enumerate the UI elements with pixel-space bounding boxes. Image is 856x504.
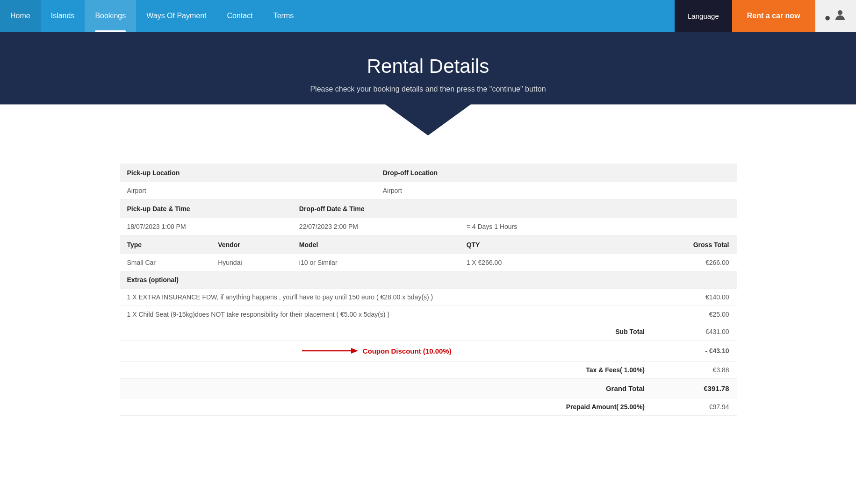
dropoff-datetime-value: 22/07/2023 2:00 PM — [292, 218, 459, 235]
coupon-row: Coupon Discount (10.00%) - €43.10 — [120, 341, 737, 362]
datetime-header-row: Pick-up Date & Time Drop-off Date & Time — [120, 199, 737, 219]
subtotal-label: Sub Total — [459, 323, 652, 341]
pickup-datetime-value: 18/07/2023 1:00 PM — [120, 218, 292, 235]
rent-car-button[interactable]: Rent a car now — [732, 0, 815, 32]
nav-payment[interactable]: Ways Of Payment — [136, 0, 216, 32]
pickup-location-value: Airport — [120, 182, 375, 199]
nav-contact[interactable]: Contact — [217, 0, 263, 32]
car-gross-total: €266.00 — [652, 254, 737, 271]
coupon-arrow-icon — [302, 346, 358, 355]
type-header: Type — [120, 235, 211, 255]
prepaid-row: Prepaid Amount( 25.00%) €97.94 — [120, 398, 737, 416]
coupon-value: - €43.10 — [652, 341, 737, 362]
prepaid-label: Prepaid Amount( 25.00%) — [459, 398, 652, 416]
extra1-description: 1 X EXTRA INSURANCE FDW, if anything hap… — [120, 289, 653, 306]
grand-total-value: €391.78 — [652, 379, 737, 398]
car-row: Small Car Hyundai i10 or Similar 1 X €26… — [120, 254, 737, 271]
grand-total-label: Grand Total — [459, 379, 652, 398]
nav-bookings[interactable]: Bookings — [85, 0, 136, 32]
coupon-arrow-area: Coupon Discount (10.00%) — [127, 346, 452, 355]
dropoff-location-header: Drop-off Location — [375, 163, 737, 182]
extra1-row: 1 X EXTRA INSURANCE FDW, if anything hap… — [120, 289, 737, 306]
qty-header: QTY — [459, 235, 652, 255]
grand-total-row: Grand Total €391.78 — [120, 379, 737, 398]
tax-value: €3.88 — [652, 362, 737, 379]
car-qty: 1 X €266.00 — [459, 254, 652, 271]
car-vendor: Hyundai — [210, 254, 292, 271]
svg-point-0 — [838, 10, 842, 15]
nav-items: Home Islands Bookings Ways Of Payment Co… — [0, 0, 675, 32]
user-profile-button[interactable]: ● — [815, 0, 856, 32]
duration-value: = 4 Days 1 Hours — [459, 218, 737, 235]
car-header-row: Type Vendor Model QTY Gross Total — [120, 235, 737, 255]
nav-islands[interactable]: Islands — [41, 0, 85, 32]
location-header-row: Pick-up Location Drop-off Location — [120, 163, 737, 182]
language-selector[interactable]: Language — [675, 0, 732, 32]
pickup-location-header: Pick-up Location — [120, 163, 375, 182]
dropoff-datetime-header: Drop-off Date & Time — [292, 199, 459, 219]
svg-marker-2 — [351, 348, 358, 354]
duration-header — [459, 199, 737, 219]
car-model: i10 or Similar — [292, 254, 459, 271]
tax-label: Tax & Fees( 1.00%) — [459, 362, 652, 379]
tax-row: Tax & Fees( 1.00%) €3.88 — [120, 362, 737, 379]
extra2-description: 1 X Child Seat (9-15kg)does NOT take res… — [120, 306, 653, 323]
coupon-label: Coupon Discount (10.00%) — [363, 347, 452, 355]
location-values-row: Airport Airport — [120, 182, 737, 199]
prepaid-value: €97.94 — [652, 398, 737, 416]
nav-terms[interactable]: Terms — [263, 0, 304, 32]
hero-subtitle: Please check your booking details and th… — [9, 85, 847, 93]
datetime-values-row: 18/07/2023 1:00 PM 22/07/2023 2:00 PM = … — [120, 218, 737, 235]
dropoff-location-value: Airport — [375, 182, 737, 199]
nav-home[interactable]: Home — [0, 0, 41, 32]
extra2-row: 1 X Child Seat (9-15kg)does NOT take res… — [120, 306, 737, 323]
extras-header: Extras (optional) — [120, 271, 737, 289]
car-type: Small Car — [120, 254, 211, 271]
extras-header-row: Extras (optional) — [120, 271, 737, 289]
rental-details-table: Pick-up Location Drop-off Location Airpo… — [120, 163, 737, 416]
hero-banner: Rental Details Please check your booking… — [0, 32, 856, 135]
vendor-header: Vendor — [210, 235, 292, 255]
user-icon: ● — [825, 8, 847, 24]
main-content: Pick-up Location Drop-off Location Airpo… — [106, 163, 751, 444]
model-header: Model — [292, 235, 459, 255]
extra1-price: €140.00 — [652, 289, 737, 306]
hero-title: Rental Details — [9, 55, 847, 78]
subtotal-row: Sub Total €431.00 — [120, 323, 737, 341]
gross-total-header: Gross Total — [652, 235, 737, 255]
navbar: Home Islands Bookings Ways Of Payment Co… — [0, 0, 856, 32]
extra2-price: €25.00 — [652, 306, 737, 323]
subtotal-value: €431.00 — [652, 323, 737, 341]
pickup-datetime-header: Pick-up Date & Time — [120, 199, 292, 219]
